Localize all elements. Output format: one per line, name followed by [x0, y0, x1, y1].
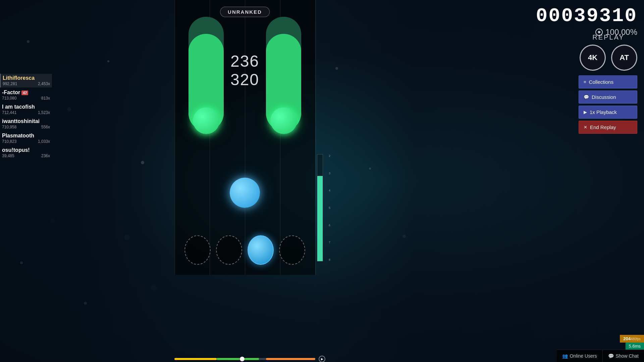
falling-note [230, 178, 260, 208]
progress-play-button[interactable]: ▶ [319, 356, 325, 362]
discussion-label: Discussion [592, 94, 616, 100]
left-bar-track [189, 17, 224, 131]
collections-button[interactable]: ≡ Collections [579, 75, 637, 88]
show-chat-button[interactable]: 💬 Show Chat [602, 350, 644, 362]
collections-label: Collections [589, 79, 613, 85]
replay-section: REPLAY 4K AT [580, 34, 637, 71]
leaderboard-entry-3[interactable]: I am tacofish 712,441 1,523x [0, 103, 52, 116]
end-replay-label: End Replay [590, 124, 616, 130]
left-column [189, 17, 224, 131]
leaderboard: Lithifloresca 992,281 2,453x -Factor47 7… [0, 74, 52, 160]
score-display: 236 320 [230, 52, 259, 89]
lb-combo-6: 236x [41, 154, 50, 158]
discussion-icon: 💬 [584, 95, 589, 100]
lb-player-name-4: iwanttoshinitai [2, 118, 50, 124]
online-users-label: Online Users [570, 353, 597, 359]
lb-combo-2: 813x [41, 96, 50, 101]
end-replay-icon: ✕ [584, 125, 587, 130]
right-action-buttons: ≡ Collections 💬 Discussion ▶ 1x Playback… [579, 75, 637, 134]
meter-track [317, 154, 323, 261]
meter-container: 2 3 4 5 6 7 8 [317, 154, 323, 261]
fps-value: 204 [623, 336, 631, 341]
show-chat-label: Show Chat [616, 353, 639, 359]
fps-display: 204480fps [620, 335, 644, 343]
latency-display: 5.6ms [626, 343, 644, 350]
lb-player-name-3: I am tacofish [2, 104, 50, 110]
meter-fill [317, 176, 323, 261]
progress-segment-green [217, 358, 259, 360]
lb-score-5: 710,823 [2, 139, 16, 144]
at-button[interactable]: AT [611, 45, 637, 71]
lane-key-1 [184, 235, 211, 265]
right-divider [315, 0, 316, 275]
lane-key-2 [216, 235, 242, 265]
score-combo: 236 [230, 52, 259, 70]
lb-player-name-5: Plasmatooth [2, 133, 50, 139]
leaderboard-entry-1[interactable]: Lithifloresca 992,281 2,453x [0, 74, 52, 87]
lb-rank-badge-2: 47 [21, 90, 28, 95]
left-panel-overlay [0, 0, 174, 362]
lane-key-4 [279, 235, 305, 265]
playback-icon: ▶ [584, 110, 587, 115]
lb-score-2: 713,080 [2, 96, 16, 101]
lb-player-name-6: osu!topus! [2, 147, 50, 153]
lb-combo-1: 2,453x [38, 81, 50, 86]
playback-button[interactable]: ▶ 1x Playback [579, 106, 637, 119]
online-users-icon: 👥 [562, 353, 568, 359]
leaderboard-entry-5[interactable]: Plasmatooth 710,823 1,033x [0, 131, 52, 145]
leaderboard-entry-4[interactable]: iwanttoshinitai 710,958 556x [0, 117, 52, 131]
lane-key-3 [248, 235, 274, 265]
lb-score-3: 712,441 [2, 110, 16, 115]
right-column [266, 17, 301, 131]
lane-keys [174, 235, 315, 265]
discussion-button[interactable]: 💬 Discussion [579, 90, 637, 104]
performance-stats: 204480fps 5.6ms [620, 335, 644, 350]
lb-combo-4: 556x [41, 125, 50, 129]
replay-label: REPLAY [592, 34, 624, 41]
leaderboard-entry-6[interactable]: osu!topus! 39,485 236x [0, 146, 52, 160]
left-ball [193, 107, 220, 134]
online-users-button[interactable]: 👥 Online Users [557, 350, 602, 362]
replay-mode-buttons: 4K AT [580, 45, 637, 71]
right-ball [270, 107, 297, 134]
progress-bar[interactable]: ▶ [174, 358, 315, 360]
lb-combo-5: 1,033x [38, 139, 50, 144]
progress-bar-container: ▶ [174, 356, 315, 362]
lb-player-name-1: Lithifloresca [3, 75, 50, 81]
progress-segment-orange [266, 358, 315, 360]
progress-thumb[interactable] [240, 357, 245, 361]
bottom-right-panel: 204480fps 5.6ms 👥 Online Users 💬 Show Ch… [557, 335, 644, 362]
progress-segment-yellow [174, 358, 217, 360]
lb-score-6: 39,485 [2, 154, 14, 158]
meter-labels: 2 3 4 5 6 7 8 [329, 154, 330, 261]
fps-sub: 480fps [631, 337, 641, 341]
lb-player-name-2: -Factor47 [2, 89, 50, 96]
show-chat-icon: 💬 [608, 353, 614, 359]
unranked-badge: UNRANKED [220, 7, 270, 17]
playback-label: 1x Playback [590, 109, 617, 115]
end-replay-button[interactable]: ✕ End Replay [579, 121, 637, 134]
collections-icon: ≡ [584, 79, 586, 84]
right-bar-track [266, 17, 301, 131]
big-score: 00039310 [510, 5, 637, 27]
lb-combo-3: 1,523x [38, 110, 50, 115]
lb-score-4: 710,958 [2, 125, 16, 129]
online-bar: 👥 Online Users 💬 Show Chat [557, 350, 644, 362]
score-secondary: 320 [230, 70, 259, 89]
leaderboard-entry-2[interactable]: -Factor47 713,080 813x [0, 88, 52, 102]
4k-button[interactable]: 4K [580, 45, 606, 71]
lb-score-1: 992,281 [3, 81, 17, 86]
